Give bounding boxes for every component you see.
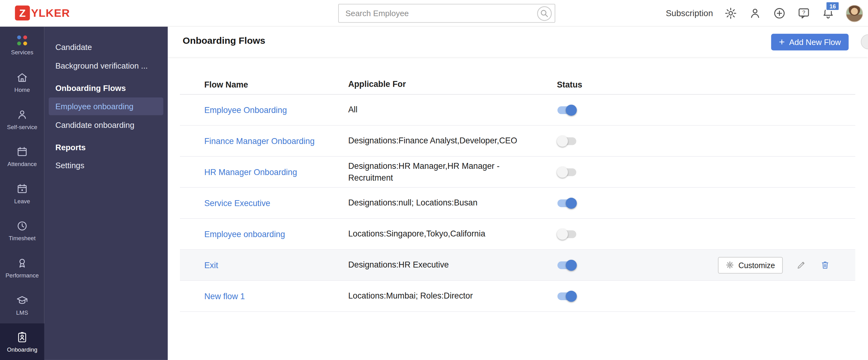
- rail-item-self-service[interactable]: Self-service: [0, 101, 44, 138]
- table-row[interactable]: Exit Designations:HR Executive Customize: [180, 250, 855, 281]
- status-toggle[interactable]: [557, 135, 577, 147]
- person-icon: [16, 109, 28, 121]
- table-row[interactable]: Employee onboarding Locations:Singapore,…: [180, 219, 855, 250]
- applicable-for-text: All: [348, 104, 557, 115]
- notifications-bell-icon[interactable]: 16: [822, 6, 835, 20]
- status-toggle[interactable]: [557, 229, 577, 240]
- table-row[interactable]: HR Manager Onboarding Designations:HR Ma…: [180, 157, 855, 188]
- floating-help-icon[interactable]: [861, 34, 868, 49]
- services-grid-icon: [17, 35, 27, 46]
- applicable-for-text: Designations:HR Executive: [348, 260, 557, 271]
- id-badge-icon: [16, 331, 28, 343]
- logo-text: YLKER: [31, 6, 70, 19]
- page-header-bar: Onboarding Flows + Add New Flow: [168, 27, 868, 57]
- rail-item-attendance[interactable]: Attendance: [0, 138, 44, 175]
- flow-link[interactable]: Exit: [204, 260, 218, 270]
- search-icon[interactable]: [537, 6, 552, 21]
- edit-pencil-icon[interactable]: [796, 260, 807, 270]
- employee-search: [338, 4, 555, 23]
- rail-item-services[interactable]: Services: [0, 27, 44, 64]
- flow-link[interactable]: Employee Onboarding: [204, 105, 287, 115]
- rail-label: Services: [11, 49, 33, 55]
- column-header-applicable-for: Applicable For: [348, 79, 557, 90]
- rail-label: Timesheet: [9, 235, 36, 241]
- rail-label: Attendance: [7, 160, 37, 167]
- graduation-cap-icon: [16, 294, 28, 306]
- customize-gear-icon: [725, 261, 734, 269]
- status-toggle[interactable]: [557, 260, 577, 271]
- applicable-for-text: Locations:Singapore,Tokyo,California: [348, 229, 557, 240]
- plus-icon: +: [779, 37, 785, 47]
- table-row[interactable]: Employee Onboarding All: [180, 95, 855, 126]
- sidebar-item-candidate[interactable]: Candidate: [44, 37, 168, 57]
- sidebar-item-candidate-onboarding[interactable]: Candidate onboarding: [44, 116, 168, 135]
- rail-label: Home: [14, 86, 30, 93]
- user-avatar[interactable]: [846, 5, 863, 22]
- flow-link[interactable]: New flow 1: [204, 292, 245, 301]
- header-actions: Subscription ? 16: [666, 0, 863, 27]
- rail-label: Leave: [14, 198, 30, 204]
- sidebar-section-onboarding-flows: Onboarding Flows: [44, 76, 168, 97]
- applicable-for-text: Designations:Finance Analyst,Developer,C…: [348, 135, 557, 147]
- home-icon: [16, 71, 28, 84]
- rail-item-leave[interactable]: Leave: [0, 175, 44, 212]
- table-header-row: Flow Name Applicable For Status: [180, 75, 855, 95]
- primary-nav-rail: Services Home Self-service Attendance Le…: [0, 27, 44, 360]
- table-row[interactable]: Finance Manager Onboarding Designations:…: [180, 126, 855, 157]
- column-header-status: Status: [557, 80, 668, 89]
- flow-link[interactable]: Service Executive: [204, 198, 270, 208]
- rail-label: Performance: [6, 272, 39, 278]
- onboarding-sidebar: Candidate Background verification ... On…: [44, 27, 168, 360]
- main-content: Onboarding Flows + Add New Flow Flow Nam…: [168, 27, 868, 360]
- customize-button[interactable]: Customize: [718, 257, 783, 273]
- column-header-flow-name: Flow Name: [180, 80, 348, 89]
- user-account-icon[interactable]: [749, 6, 762, 20]
- flow-link[interactable]: Employee onboarding: [204, 229, 285, 239]
- calendar-dot-icon: [16, 183, 28, 195]
- rail-item-lms[interactable]: LMS: [0, 287, 44, 324]
- applicable-for-text: Locations:Mumbai; Roles:Director: [348, 291, 557, 302]
- add-plus-circle-icon[interactable]: [773, 6, 786, 20]
- rail-label: LMS: [16, 309, 28, 316]
- rail-item-performance[interactable]: Performance: [0, 249, 44, 287]
- settings-gear-icon[interactable]: [724, 6, 737, 20]
- add-new-flow-label: Add New Flow: [789, 37, 841, 47]
- medal-icon: [16, 257, 28, 269]
- app-window: Z YLKER Subscription ?: [0, 0, 868, 360]
- add-new-flow-button[interactable]: + Add New Flow: [771, 34, 849, 51]
- top-header: Z YLKER Subscription ?: [0, 0, 868, 27]
- rail-item-timesheet[interactable]: Timesheet: [0, 212, 44, 249]
- applicable-for-text: Designations:null; Locations:Busan: [348, 198, 557, 209]
- rail-item-home[interactable]: Home: [0, 64, 44, 101]
- flow-link[interactable]: HR Manager Onboarding: [204, 167, 297, 177]
- sidebar-item-settings[interactable]: Settings: [44, 156, 168, 175]
- sidebar-item-background-verification[interactable]: Background verification ...: [44, 57, 168, 76]
- sidebar-item-employee-onboarding[interactable]: Employee onboarding: [49, 97, 163, 115]
- rail-label: Onboarding: [7, 346, 37, 353]
- subscription-link[interactable]: Subscription: [666, 8, 713, 18]
- rail-label: Self-service: [7, 123, 37, 130]
- status-toggle[interactable]: [557, 291, 577, 302]
- logo-mark: Z: [15, 6, 30, 21]
- applicable-for-text: Designations:HR Manager,HR Manager - Rec…: [348, 161, 557, 183]
- notification-count-badge: 16: [826, 1, 840, 11]
- flows-table: Flow Name Applicable For Status Employee…: [180, 75, 855, 312]
- app-logo[interactable]: Z YLKER: [15, 6, 70, 21]
- search-input[interactable]: [339, 9, 537, 18]
- sidebar-section-reports[interactable]: Reports: [44, 135, 168, 156]
- status-toggle[interactable]: [557, 166, 577, 178]
- delete-trash-icon[interactable]: [820, 260, 831, 270]
- calendar-icon: [16, 146, 28, 158]
- svg-text:?: ?: [802, 10, 805, 16]
- status-toggle[interactable]: [557, 198, 577, 209]
- rail-item-onboarding[interactable]: Onboarding: [0, 323, 44, 360]
- help-question-icon[interactable]: ?: [797, 6, 811, 20]
- clock-icon: [16, 220, 28, 232]
- status-toggle[interactable]: [557, 104, 577, 115]
- page-title: Onboarding Flows: [183, 35, 265, 47]
- table-row[interactable]: New flow 1 Locations:Mumbai; Roles:Direc…: [180, 281, 855, 312]
- flow-link[interactable]: Finance Manager Onboarding: [204, 136, 315, 146]
- table-row[interactable]: Service Executive Designations:null; Loc…: [180, 188, 855, 219]
- customize-label: Customize: [738, 261, 775, 270]
